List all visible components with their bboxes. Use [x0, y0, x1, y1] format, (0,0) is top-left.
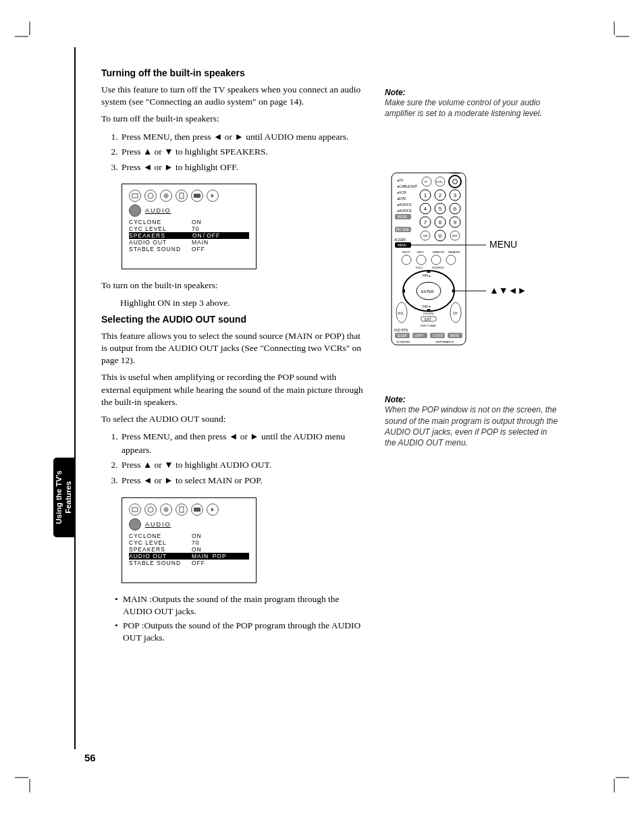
svg-text:AC/DEN: AC/DEN	[394, 238, 406, 242]
osd-tab-icon	[176, 190, 188, 202]
svg-text:●DVD: ●DVD	[397, 196, 406, 200]
note-label: Note:	[385, 88, 560, 97]
step: Press MENU, then press ◄ or ► until AUDI…	[120, 130, 368, 144]
svg-text:4: 4	[424, 206, 427, 212]
svg-text:DVD CLEAR: DVD CLEAR	[421, 324, 436, 327]
para: This is useful when amplifying or record…	[101, 371, 368, 408]
svg-text:ENTER: ENTER	[421, 290, 434, 294]
heading-audioout: Selecting the AUDIO OUT sound	[101, 314, 368, 325]
step: Press MENU, and then press ◄ or ► until …	[120, 430, 368, 456]
svg-text:LOCKS: LOCKS	[433, 334, 443, 337]
svg-text:CH: CH	[453, 312, 458, 315]
svg-text:●AUDIO2: ●AUDIO2	[397, 209, 412, 213]
osd-title: AUDIO	[145, 207, 171, 214]
crop-mark	[15, 772, 35, 792]
svg-rect-12	[180, 193, 184, 198]
osd-tab-icon	[176, 504, 188, 516]
remote-diagram: ●TV ●CABLE/SAT ●VCR ●DVD ●AUDIO1 ●AUDIO2…	[385, 169, 560, 354]
svg-text:INFO: INFO	[417, 250, 424, 254]
svg-text:ENT: ENT	[452, 234, 458, 238]
svg-rect-18	[180, 507, 184, 512]
remote-icon: ●TV ●CABLE/SAT ●VCR ●DVD ●AUDIO1 ●AUDIO2…	[385, 169, 520, 352]
osd-title: AUDIO	[145, 521, 171, 528]
svg-text:EXIT: EXIT	[425, 318, 431, 321]
svg-rect-14	[132, 508, 138, 512]
osd-tab-icon	[144, 504, 157, 516]
svg-rect-8	[132, 194, 138, 198]
svg-point-69	[402, 255, 411, 265]
svg-text:DVD RTN: DVD RTN	[394, 329, 408, 332]
svg-text:MENU: MENU	[398, 244, 406, 247]
para: Highlight ON in step 3 above.	[120, 297, 368, 309]
osd-tab-icon	[144, 190, 157, 202]
callout-menu: MENU	[489, 239, 517, 250]
note-box: Note: Make sure the volume control of yo…	[385, 88, 560, 119]
page-number: 56	[84, 752, 96, 763]
heading-speakers: Turning off the built-in speakers	[101, 67, 368, 78]
osd-tab-icon	[191, 190, 203, 202]
svg-text:MUTE: MUTE	[450, 334, 459, 337]
svg-text:MODE: MODE	[398, 215, 407, 219]
svg-rect-19	[194, 508, 200, 512]
svg-text:●VCR: ●VCR	[397, 190, 406, 194]
osd-tab-icon	[160, 190, 172, 202]
svg-text:2: 2	[439, 192, 442, 198]
side-tab: Using the TV'sFeatures	[53, 458, 74, 537]
para: To turn on the built-in speakers:	[101, 279, 368, 292]
crop-mark	[609, 772, 629, 792]
svg-text:3: 3	[454, 192, 457, 198]
svg-point-33	[449, 175, 461, 188]
svg-point-34	[453, 180, 458, 184]
step: Press ◄ or ► to select MAIN or POP.	[120, 474, 368, 487]
svg-text:SLEEP: SLEEP	[397, 334, 407, 337]
svg-rect-13	[194, 194, 200, 198]
svg-text:0: 0	[439, 233, 442, 239]
step: Press ▲ or ▼ to highlight SPEAKERS.	[120, 145, 368, 159]
svg-text:SLOW/DIR: SLOW/DIR	[396, 340, 410, 344]
osd-tab-icon	[129, 504, 141, 516]
osd-tab-icon	[207, 504, 219, 516]
svg-text:●CABLE/SAT: ●CABLE/SAT	[397, 184, 417, 188]
definition-list: MAIN :Outputs the sound of the main prog…	[115, 593, 368, 645]
svg-text:8: 8	[439, 219, 442, 225]
svg-text:POWER: POWER	[450, 171, 460, 175]
osd-tab-icon	[129, 190, 141, 202]
note-label: Note:	[385, 395, 560, 404]
svg-text:PIC SIZE: PIC SIZE	[396, 228, 409, 232]
svg-text:THEATER: THEATER	[448, 250, 460, 254]
svg-text:TV: TV	[424, 180, 427, 184]
svg-text:STILL: STILL	[416, 266, 423, 269]
svg-text:REMOTE: REMOTE	[433, 250, 444, 254]
svg-text:5: 5	[439, 206, 442, 212]
note-text: Make sure the volume control of your aud…	[385, 97, 560, 119]
svg-point-72	[446, 255, 456, 265]
step: Press ◄ or ► to highlight OFF.	[120, 161, 368, 174]
svg-text:CH RTN: CH RTN	[423, 312, 433, 315]
svg-text:SOURCE: SOURCE	[432, 266, 444, 269]
crop-mark	[15, 22, 35, 42]
svg-text:LIGHT: LIGHT	[414, 334, 424, 337]
note-box: Note: When the POP window is not on the …	[385, 395, 560, 448]
svg-text:INPUT: INPUT	[402, 250, 411, 254]
osd-screenshot-speakers: AUDIO CYCLONEON CYC LEVEL70 SPEAKERSON/O…	[122, 184, 257, 269]
callout-arrows: ▲▼◄►	[489, 285, 527, 296]
svg-text:FAV▲: FAV▲	[423, 274, 431, 277]
osd-tab-icon	[191, 504, 203, 516]
svg-text:9: 9	[454, 219, 457, 225]
svg-point-9	[148, 193, 153, 198]
svg-point-17	[165, 508, 167, 510]
svg-text:●TV: ●TV	[397, 178, 404, 182]
para: To turn off the built-in speakers:	[101, 113, 368, 125]
svg-text:VOL: VOL	[398, 312, 404, 315]
osd-tab-icon	[160, 504, 172, 516]
side-rule	[74, 47, 76, 749]
para: This feature allows you to select the so…	[101, 330, 368, 367]
crop-mark	[609, 22, 629, 42]
svg-point-70	[417, 255, 426, 265]
steps-list: Press MENU, then press ◄ or ► until AUDI…	[120, 130, 368, 174]
svg-text:7: 7	[424, 219, 427, 225]
note-text: When the POP window is not on the screen…	[385, 404, 560, 448]
svg-text:6: 6	[454, 206, 457, 212]
para: Use this feature to turn off the TV spea…	[101, 84, 368, 108]
svg-text:FAV▼: FAV▼	[423, 305, 431, 308]
